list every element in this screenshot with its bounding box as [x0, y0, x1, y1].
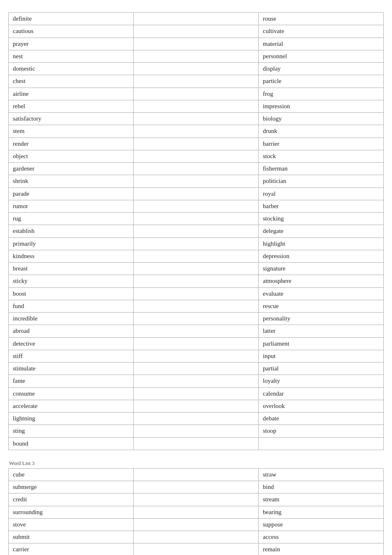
wl2-col1-cell: definite — [9, 13, 134, 25]
wl2-col2-cell — [134, 138, 259, 150]
wl2-col3-cell: frog — [259, 88, 384, 100]
wl2-col3-cell: atmosphere — [259, 275, 384, 287]
wl2-col3-cell: latter — [259, 325, 384, 337]
wl2-col1-cell: chest — [9, 75, 134, 88]
wl3-col3-cell: access — [259, 531, 384, 543]
wl2-col2-cell — [134, 250, 259, 262]
word-list-2-table: definiterousecautiouscultivateprayermate… — [8, 12, 384, 450]
wl3-col3-cell: remain — [259, 543, 384, 555]
wl2-col1-cell: rumor — [9, 200, 134, 212]
wl2-col1-cell: rug — [9, 213, 134, 225]
wl2-col3-cell: partial — [259, 363, 384, 375]
wl2-col3-cell: input — [259, 350, 384, 362]
wl3-col1-cell: stove — [9, 518, 134, 531]
wl2-col2-cell — [134, 437, 259, 450]
wl2-col2-cell — [134, 50, 259, 62]
wl2-col3-cell: biology — [259, 113, 384, 125]
wl2-col2-cell — [134, 38, 259, 50]
wl2-col1-cell: establish — [9, 225, 134, 237]
wl2-col3-cell: personality — [259, 313, 384, 325]
wl2-col3-cell: loyalty — [259, 375, 384, 387]
wl3-col1-cell: surrounding — [9, 506, 134, 518]
wl2-col2-cell — [134, 75, 259, 88]
wl2-col1-cell: object — [9, 150, 134, 162]
wl2-col2-cell — [134, 387, 259, 400]
wl2-col1-cell: parade — [9, 187, 134, 200]
wl3-col3-cell: suppose — [259, 518, 384, 531]
wl2-col3-cell: overlook — [259, 400, 384, 412]
wl2-col3-cell: cultivate — [259, 25, 384, 38]
wl3-col2-cell — [134, 493, 259, 506]
wl2-col3-cell: rescue — [259, 300, 384, 312]
wl2-col2-cell — [134, 25, 259, 38]
wl2-col2-cell — [134, 150, 259, 162]
wl2-col3-cell: fisherman — [259, 163, 384, 175]
wl2-col1-cell: incredible — [9, 313, 134, 325]
wl2-col1-cell: boost — [9, 287, 134, 300]
wl2-col1-cell: breast — [9, 263, 134, 275]
wl2-col3-cell — [259, 437, 384, 450]
wl2-col3-cell: rouse — [259, 13, 384, 25]
wl3-col1-cell: submit — [9, 531, 134, 543]
wl2-col1-cell: stem — [9, 125, 134, 138]
wl3-col3-cell: bearing — [259, 506, 384, 518]
wl2-col1-cell: stimulate — [9, 363, 134, 375]
wl2-col2-cell — [134, 400, 259, 412]
wl2-col3-cell: barber — [259, 200, 384, 212]
wl2-col1-cell: render — [9, 138, 134, 150]
wl2-col3-cell: highlight — [259, 237, 384, 250]
wl2-col3-cell: delegate — [259, 225, 384, 237]
word-list-2-section: definiterousecautiouscultivateprayermate… — [8, 12, 384, 450]
wl3-col1-cell: credit — [9, 493, 134, 506]
wl2-col2-cell — [134, 337, 259, 350]
wl2-col3-cell: politician — [259, 175, 384, 187]
wl2-col1-cell: fame — [9, 375, 134, 387]
wl2-col3-cell: royal — [259, 187, 384, 200]
wl2-col3-cell: drunk — [259, 125, 384, 138]
wl2-col2-cell — [134, 350, 259, 362]
wl3-col1-cell: cube — [9, 468, 134, 481]
wl3-col2-cell — [134, 531, 259, 543]
wl2-col3-cell: stocking — [259, 213, 384, 225]
wl2-col2-cell — [134, 287, 259, 300]
wl3-col2-cell — [134, 518, 259, 531]
wl2-col1-cell: prayer — [9, 38, 134, 50]
wl3-col2-cell — [134, 468, 259, 481]
wl3-col3-cell: stream — [259, 493, 384, 506]
wl2-col1-cell: sting — [9, 425, 134, 437]
wl2-col1-cell: satisfactory — [9, 113, 134, 125]
wl3-col3-cell: bind — [259, 481, 384, 493]
wl2-col3-cell: display — [259, 63, 384, 75]
wl2-col2-cell — [134, 313, 259, 325]
wl2-col2-cell — [134, 175, 259, 187]
wl2-col1-cell: accelerate — [9, 400, 134, 412]
wl2-col2-cell — [134, 63, 259, 75]
wl2-col3-cell: stoop — [259, 425, 384, 437]
wl2-col2-cell — [134, 363, 259, 375]
wl2-col2-cell — [134, 300, 259, 312]
wl3-col2-cell — [134, 506, 259, 518]
wl2-col2-cell — [134, 375, 259, 387]
wl2-col2-cell — [134, 88, 259, 100]
wl3-col2-cell — [134, 481, 259, 493]
wl2-col2-cell — [134, 225, 259, 237]
wl2-col2-cell — [134, 237, 259, 250]
wl2-col1-cell: cautious — [9, 25, 134, 38]
wl2-col2-cell — [134, 13, 259, 25]
wl2-col1-cell: airline — [9, 88, 134, 100]
word-list-3-table: cubestrawsubmergebindcreditstreamsurroun… — [8, 468, 384, 555]
wl2-col3-cell: barrier — [259, 138, 384, 150]
wl2-col2-cell — [134, 213, 259, 225]
wl2-col3-cell: parliament — [259, 337, 384, 350]
wl2-col1-cell: rebel — [9, 100, 134, 112]
wl3-col1-cell: submerge — [9, 481, 134, 493]
wl2-col2-cell — [134, 275, 259, 287]
wl2-col2-cell — [134, 125, 259, 138]
wl2-col1-cell: bound — [9, 437, 134, 450]
wl2-col3-cell: personnel — [259, 50, 384, 62]
wl2-col1-cell: detective — [9, 337, 134, 350]
wl2-col3-cell: stock — [259, 150, 384, 162]
wl3-col1-cell: carrier — [9, 543, 134, 555]
word-list-3-label: Word List 3 — [8, 460, 384, 467]
wl2-col1-cell: sticky — [9, 275, 134, 287]
